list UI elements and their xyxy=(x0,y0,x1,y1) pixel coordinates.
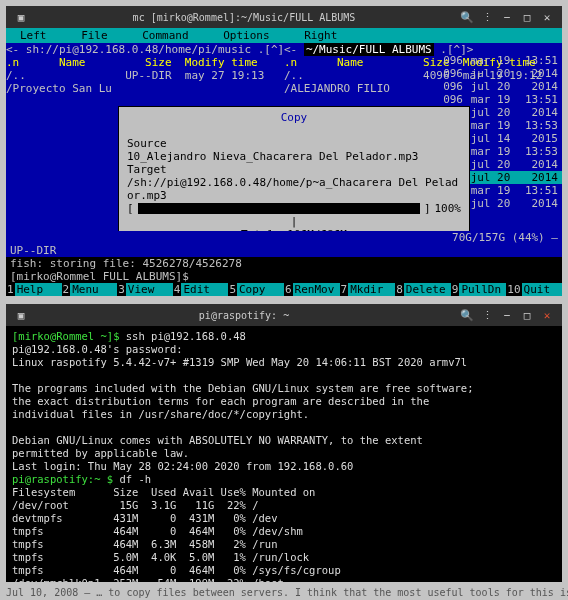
close-icon[interactable]: ✕ xyxy=(540,10,554,24)
page-snippet: Jul 10, 2008 — … to copy files between s… xyxy=(0,587,568,598)
mc-area: Left File Command Options Right <- sh://… xyxy=(6,28,562,296)
file-row[interactable]: 096mar 1913:51 xyxy=(284,93,562,106)
app-icon: ▣ xyxy=(14,10,28,24)
fkey-quit[interactable]: 10Quit xyxy=(506,283,562,296)
terminal-output[interactable]: [mirko@Rommel ~]$ ssh pi@192.168.0.48pi@… xyxy=(6,326,562,582)
fkey-delete[interactable]: 8Delete xyxy=(395,283,451,296)
app-icon: ▣ xyxy=(14,308,28,322)
fkey-menu[interactable]: 2Menu xyxy=(62,283,118,296)
fkey-mkdir[interactable]: 7Mkdir xyxy=(340,283,396,296)
fkey-edit[interactable]: 4Edit xyxy=(173,283,229,296)
prompt[interactable]: [mirko@Rommel FULL ALBUMS]$ xyxy=(6,270,562,283)
disk-stat: 70G/157G (44%) xyxy=(452,231,545,244)
fkey-copy[interactable]: 5Copy xyxy=(228,283,284,296)
menu-right[interactable]: Right xyxy=(304,29,337,42)
updir-label: UP--DIR xyxy=(6,244,562,257)
mc-window: ▣ mc [mirko@Rommel]:~/Music/FULL ALBUMS … xyxy=(6,6,562,296)
maximize-icon[interactable]: □ xyxy=(520,308,534,322)
minimize-icon[interactable]: − xyxy=(500,308,514,322)
menu-file[interactable]: File xyxy=(81,29,108,42)
mc-menubar[interactable]: Left File Command Options Right xyxy=(6,28,562,43)
menu-options[interactable]: Options xyxy=(223,29,269,42)
fkey-pulldn[interactable]: 9PullDn xyxy=(451,283,507,296)
file-row[interactable]: 096jul 202014 xyxy=(284,67,562,80)
search-icon[interactable]: 🔍 xyxy=(460,308,474,322)
fkey-bar: 1Help2Menu3View4Edit5Copy6RenMov7Mkdir8D… xyxy=(6,283,562,296)
window-title: pi@raspotify: ~ xyxy=(28,310,460,321)
fkey-view[interactable]: 3View xyxy=(117,283,173,296)
copy-target: /sh://pi@192.168.0.48/home/p~a_Chacarera… xyxy=(127,176,458,202)
fkey-help[interactable]: 1Help xyxy=(6,283,62,296)
file-percent: 100% xyxy=(435,202,462,215)
menu-command[interactable]: Command xyxy=(142,29,188,42)
file-row[interactable]: 096jul 202014 xyxy=(284,80,562,93)
terminal-window: ▣ pi@raspotify: ~ 🔍 ⋮ − □ ✕ [mirko@Romme… xyxy=(6,304,562,582)
search-icon[interactable]: 🔍 xyxy=(460,10,474,24)
maximize-icon[interactable]: □ xyxy=(520,10,534,24)
window-title: mc [mirko@Rommel]:~/Music/FULL ALBUMS xyxy=(28,12,460,23)
term-titlebar[interactable]: ▣ pi@raspotify: ~ 🔍 ⋮ − □ ✕ xyxy=(6,304,562,326)
dialog-title: Copy xyxy=(127,111,461,124)
fkey-renmov[interactable]: 6RenMov xyxy=(284,283,340,296)
menu-icon[interactable]: ⋮ xyxy=(480,10,494,24)
minimize-icon[interactable]: − xyxy=(500,10,514,24)
close-icon[interactable]: ✕ xyxy=(540,308,554,322)
fish-status: fish: storing file: 4526278/4526278 xyxy=(6,257,562,270)
menu-icon[interactable]: ⋮ xyxy=(480,308,494,322)
menu-left[interactable]: Left xyxy=(20,29,47,42)
file-progress xyxy=(138,203,420,214)
copy-source: 10_Alejandro Nieva_Chacarera Del Pelador… xyxy=(127,150,418,163)
mc-titlebar[interactable]: ▣ mc [mirko@Rommel]:~/Music/FULL ALBUMS … xyxy=(6,6,562,28)
file-row[interactable]: 096mar 1913:51 xyxy=(284,54,562,67)
